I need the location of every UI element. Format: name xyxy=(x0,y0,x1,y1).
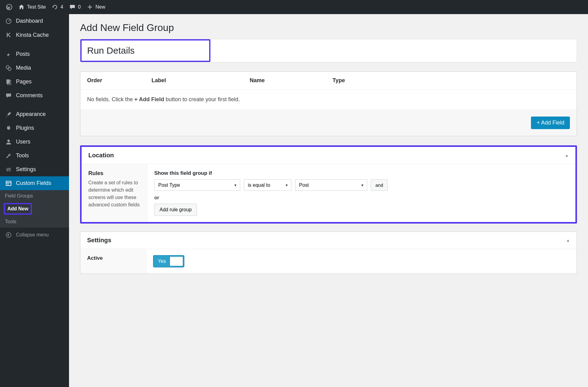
wrench-icon xyxy=(5,153,12,159)
menu-label: Pages xyxy=(16,79,32,85)
col-name: Name xyxy=(250,77,332,84)
collapse-icon xyxy=(5,232,12,238)
comments-count: 0 xyxy=(78,4,81,10)
submenu-add-new[interactable]: Add New xyxy=(5,204,31,213)
location-rules-description: Rules Create a set of rules to determine… xyxy=(82,164,148,222)
chevron-up-icon: ▲ xyxy=(565,153,569,158)
sliders-icon xyxy=(5,167,12,173)
location-rules-editor: Show this field group if Post Type is eq… xyxy=(148,164,575,222)
updates-count: 4 xyxy=(60,4,63,10)
svg-point-8 xyxy=(6,232,11,237)
menu-label: Kinsta Cache xyxy=(16,32,49,38)
setting-label-active: Active xyxy=(80,249,146,274)
menu-posts[interactable]: Posts xyxy=(0,47,69,61)
menu-label: Settings xyxy=(16,166,36,173)
rule-value-select[interactable]: Post xyxy=(295,179,367,191)
collapse-menu[interactable]: Collapse menu xyxy=(0,228,69,242)
menu-comments[interactable]: Comments xyxy=(0,89,69,102)
add-rule-group-button[interactable]: Add rule group xyxy=(154,204,197,216)
menu-users[interactable]: Users xyxy=(0,135,69,149)
menu-label: Tools xyxy=(16,152,29,159)
col-label: Label xyxy=(152,77,250,84)
home-icon xyxy=(18,4,25,10)
brush-icon xyxy=(5,111,12,117)
menu-label: Plugins xyxy=(16,125,34,131)
media-icon xyxy=(5,65,12,71)
admin-sidebar: Dashboard KKinsta Cache Posts Media Page… xyxy=(0,14,69,387)
settings-panel-header[interactable]: Settings ▲ xyxy=(80,232,577,249)
custom-fields-submenu: Field Groups Add New Tools xyxy=(0,190,69,228)
wordpress-icon xyxy=(6,4,12,10)
svg-point-3 xyxy=(8,67,11,71)
layout-icon xyxy=(5,180,12,186)
rule-operator-select[interactable]: is equal to xyxy=(244,179,291,191)
col-type: Type xyxy=(332,77,570,84)
settings-heading: Settings xyxy=(87,237,111,244)
menu-dashboard[interactable]: Dashboard xyxy=(0,14,69,28)
rule-param-select[interactable]: Post Type xyxy=(154,179,240,191)
submenu-field-groups[interactable]: Field Groups xyxy=(0,190,69,202)
menu-label: Comments xyxy=(16,92,43,99)
fields-columns-header: Order Label Name Type xyxy=(80,72,577,90)
updates-link[interactable]: 4 xyxy=(49,0,66,14)
menu-label: Appearance xyxy=(16,111,46,117)
rules-title: Rules xyxy=(88,170,140,177)
comments-link[interactable]: 0 xyxy=(66,0,84,14)
site-name-link[interactable]: Test Site xyxy=(15,0,49,14)
no-fields-bold: + Add Field xyxy=(134,96,164,102)
menu-label: Custom Fields xyxy=(16,180,51,186)
menu-tools[interactable]: Tools xyxy=(0,149,69,163)
field-group-title-input[interactable] xyxy=(86,42,205,59)
menu-custom-fields[interactable]: Custom Fields xyxy=(0,176,69,190)
location-panel-highlight: Location ▲ Rules Create a set of rules t… xyxy=(80,145,577,224)
user-icon xyxy=(5,139,12,145)
fields-panel: Order Label Name Type No fields. Click t… xyxy=(80,71,577,136)
plus-icon xyxy=(87,4,93,10)
speedometer-icon xyxy=(5,18,12,24)
menu-pages[interactable]: Pages xyxy=(0,75,69,89)
no-fields-suffix: button to create your first field. xyxy=(164,96,240,102)
menu-label: Posts xyxy=(16,51,30,57)
settings-panel: Settings ▲ Active Yes xyxy=(80,232,577,274)
rules-desc: Create a set of rules to determine which… xyxy=(88,179,140,209)
k-icon: K xyxy=(5,32,12,39)
rule-row: Post Type is equal to Post and xyxy=(154,179,569,191)
svg-point-6 xyxy=(7,140,10,142)
refresh-icon xyxy=(52,4,58,10)
location-panel: Location ▲ Rules Create a set of rules t… xyxy=(82,147,575,222)
menu-label: Users xyxy=(16,139,30,145)
menu-appearance[interactable]: Appearance xyxy=(0,107,69,121)
fields-panel-footer: + Add Field xyxy=(80,109,577,136)
or-label: or xyxy=(154,195,569,201)
chevron-up-icon: ▲ xyxy=(566,238,570,243)
main-content: Add New Field Group Order Label Name Typ… xyxy=(69,14,588,387)
submenu-tools[interactable]: Tools xyxy=(0,216,69,228)
menu-label: Dashboard xyxy=(16,18,43,24)
toggle-knob xyxy=(170,256,183,266)
title-row xyxy=(80,39,577,62)
menu-media[interactable]: Media xyxy=(0,61,69,75)
and-button[interactable]: and xyxy=(371,179,388,191)
svg-rect-4 xyxy=(6,79,10,84)
comment-icon xyxy=(5,93,12,99)
menu-label: Media xyxy=(16,65,31,71)
toggle-yes-label: Yes xyxy=(154,259,170,264)
show-if-label: Show this field group if xyxy=(154,170,569,176)
collapse-label: Collapse menu xyxy=(16,232,49,238)
wp-logo[interactable] xyxy=(3,0,15,14)
plug-icon xyxy=(5,125,12,131)
add-field-button[interactable]: + Add Field xyxy=(531,117,570,129)
pin-icon xyxy=(5,51,12,57)
location-panel-header[interactable]: Location ▲ xyxy=(82,147,575,164)
page-title: Add New Field Group xyxy=(80,22,577,33)
col-order: Order xyxy=(87,77,152,84)
site-name: Test Site xyxy=(27,4,46,10)
menu-settings[interactable]: Settings xyxy=(0,163,69,176)
no-fields-prefix: No fields. Click the xyxy=(87,96,134,102)
admin-bar: Test Site 4 0 New xyxy=(0,0,588,14)
menu-plugins[interactable]: Plugins xyxy=(0,121,69,135)
page-icon xyxy=(5,79,12,85)
menu-kinsta-cache[interactable]: KKinsta Cache xyxy=(0,28,69,42)
active-toggle[interactable]: Yes xyxy=(153,255,184,267)
new-content-link[interactable]: New xyxy=(84,0,108,14)
